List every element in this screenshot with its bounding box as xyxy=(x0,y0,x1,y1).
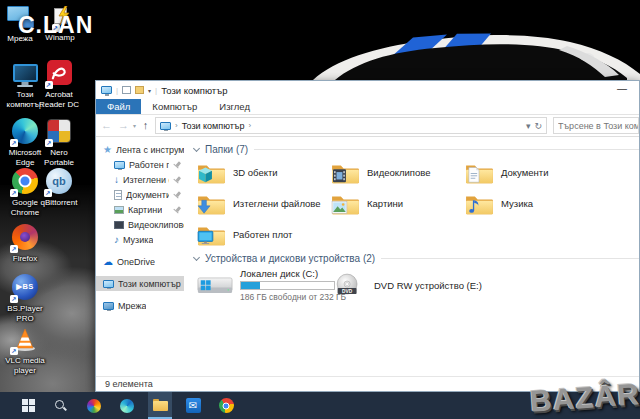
desktop-icon-acrobat[interactable]: ↗ Acrobat Reader DC xyxy=(36,58,82,109)
downloads-arrow-icon: ↓ xyxy=(114,175,119,185)
folder-pictures-icon xyxy=(330,192,360,216)
taskbar-edge[interactable] xyxy=(115,392,139,419)
edge-icon xyxy=(120,399,134,413)
desktop-icon xyxy=(114,161,125,169)
tab-computer[interactable]: Компютър xyxy=(141,99,208,114)
shortcut-arrow-icon: ↗ xyxy=(10,295,18,303)
nav-onedrive[interactable]: ☁ OneDrive xyxy=(96,254,184,269)
disk-usage-bar xyxy=(240,281,335,290)
nav-pictures[interactable]: Картини xyxy=(96,202,184,217)
nav-desktop[interactable]: Работен плот xyxy=(96,157,184,172)
clan-watermark: C.LAN xyxy=(18,12,93,39)
devices-group-header[interactable]: Устройства и дискови устройства (2) xyxy=(194,253,639,264)
folder-3d-objects-icon xyxy=(196,161,226,185)
nav-videos[interactable]: Видеоклипове xyxy=(96,217,184,232)
tab-file[interactable]: Файл xyxy=(96,99,141,114)
taskbar-mail[interactable]: ✉ xyxy=(181,392,205,419)
refresh-icon[interactable]: ↻ xyxy=(534,121,542,131)
network-icon xyxy=(103,302,114,310)
items-count: 9 елемента xyxy=(105,379,153,389)
onedrive-cloud-icon: ☁ xyxy=(103,257,113,267)
shortcut-arrow-icon: ↗ xyxy=(10,139,18,147)
pin-icon xyxy=(171,159,182,170)
pin-icon xyxy=(171,174,182,185)
qat-new-folder-icon[interactable] xyxy=(135,86,144,94)
taskbar-search-button[interactable] xyxy=(49,392,73,419)
shortcut-arrow-icon: ↗ xyxy=(45,81,53,89)
drive-c-tile[interactable]: Локален диск (C:) 186 ГБ свободни от 232… xyxy=(196,268,330,302)
desktop-icon-firefox[interactable]: ↗ Firefox xyxy=(2,222,48,264)
collapse-chevron-icon[interactable] xyxy=(193,145,200,152)
address-dropdown-icon[interactable]: ▾ xyxy=(526,121,531,131)
desktop-icon-vlc[interactable]: ↗ VLC media player xyxy=(2,324,48,375)
nav-downloads[interactable]: ↓ Изтеглени файлове xyxy=(96,172,184,187)
folder-tile-documents[interactable]: Документи xyxy=(464,158,598,187)
shortcut-arrow-icon: ↗ xyxy=(44,189,52,197)
dvd-drive-icon: DVD xyxy=(330,272,368,299)
folder-desktop-icon xyxy=(196,223,226,247)
folder-tile-desktop[interactable]: Работен плот xyxy=(196,220,330,249)
chrome-icon xyxy=(219,398,234,413)
this-pc-icon xyxy=(13,64,38,82)
desktop-icon-bsplayer[interactable]: ▶BS ↗ BS.Player PRO xyxy=(2,272,48,323)
folder-videos-icon xyxy=(330,161,360,185)
forward-button[interactable]: → xyxy=(116,120,131,131)
collapse-chevron-icon[interactable] xyxy=(193,254,200,261)
taskbar-file-explorer[interactable] xyxy=(148,392,172,419)
up-button[interactable]: ↑ xyxy=(138,120,153,131)
svg-text:DVD: DVD xyxy=(342,288,353,293)
shortcut-arrow-icon: ↗ xyxy=(10,245,18,253)
folder-tile-3d-objects[interactable]: 3D обекти xyxy=(196,158,330,187)
search-input[interactable] xyxy=(554,121,639,131)
car-wallpaper xyxy=(295,0,640,80)
folder-tile-music[interactable]: Музика xyxy=(464,189,598,218)
pictures-icon xyxy=(114,206,124,214)
this-pc-icon xyxy=(103,280,114,288)
nav-documents[interactable]: Документи xyxy=(96,187,184,202)
file-explorer-icon xyxy=(153,399,168,411)
nav-quick-access[interactable]: ★ Лента с инструменти xyxy=(96,142,184,157)
folder-tile-videos[interactable]: Видеоклипове xyxy=(330,158,464,187)
qat-dropdown-icon[interactable]: ▾ xyxy=(148,87,151,94)
window-this-pc-icon xyxy=(101,86,112,94)
taskbar-color-wheel-app[interactable] xyxy=(82,392,106,419)
nav-network[interactable]: Мрежа xyxy=(96,298,184,313)
tab-view[interactable]: Изглед xyxy=(208,99,261,114)
desktop-icon-nero[interactable]: ↗ Nero Portable xyxy=(36,116,82,167)
nav-music[interactable]: ♪ Музика xyxy=(96,232,184,247)
search-icon xyxy=(55,400,67,412)
content-pane[interactable]: Папки (7) 3D обекти Видеоклипове Докумен… xyxy=(184,137,639,376)
breadcrumb-this-pc-icon xyxy=(160,122,171,130)
dvd-drive-tile[interactable]: DVD DVD RW устройство (E:) xyxy=(330,268,530,302)
back-button[interactable]: ← xyxy=(99,120,114,131)
address-box[interactable]: › Този компютър › ▾ ↻ xyxy=(155,117,547,134)
minimize-button[interactable]: — xyxy=(607,81,637,98)
folder-tile-downloads[interactable]: Изтеглени файлове xyxy=(196,189,330,218)
folders-grid: 3D обекти Видеоклипове Документи Изтегле… xyxy=(196,158,639,249)
taskbar-chrome[interactable] xyxy=(214,392,238,419)
history-dropdown-icon[interactable]: ▾ xyxy=(133,122,136,129)
nav-this-pc[interactable]: Този компютър xyxy=(96,276,184,291)
start-button[interactable] xyxy=(16,392,40,419)
file-explorer-window: | ▾ | Този компютър — Файл Компютър Изгл… xyxy=(95,80,640,392)
shortcut-arrow-icon: ↗ xyxy=(45,139,53,147)
title-bar[interactable]: | ▾ | Този компютър — xyxy=(96,81,639,99)
navigation-pane: ★ Лента с инструменти Работен плот ↓ Изт… xyxy=(96,137,184,376)
local-disk-icon xyxy=(196,272,234,299)
music-note-icon: ♪ xyxy=(114,235,119,245)
pin-icon xyxy=(171,204,182,215)
shortcut-arrow-icon: ↗ xyxy=(10,347,18,355)
folder-music-icon xyxy=(464,192,494,216)
desktop[interactable]: Мрежа ↗ Winamp C.LAN Този компютър ↗ Mic… xyxy=(0,0,640,419)
breadcrumb[interactable]: Този компютър xyxy=(182,121,245,131)
search-box[interactable] xyxy=(553,117,639,134)
quick-access-star-icon: ★ xyxy=(103,145,112,155)
folder-tile-pictures[interactable]: Картини xyxy=(330,189,464,218)
disk-usage-fill xyxy=(241,282,260,289)
qat-properties-icon[interactable] xyxy=(122,86,131,94)
windows-logo-icon xyxy=(22,399,35,412)
folder-downloads-icon xyxy=(196,192,226,216)
folders-group-header[interactable]: Папки (7) xyxy=(194,144,639,155)
color-wheel-app-icon xyxy=(87,399,101,413)
desktop-icon-qbittorrent[interactable]: qb ↗ qBittorrent xyxy=(36,166,82,208)
